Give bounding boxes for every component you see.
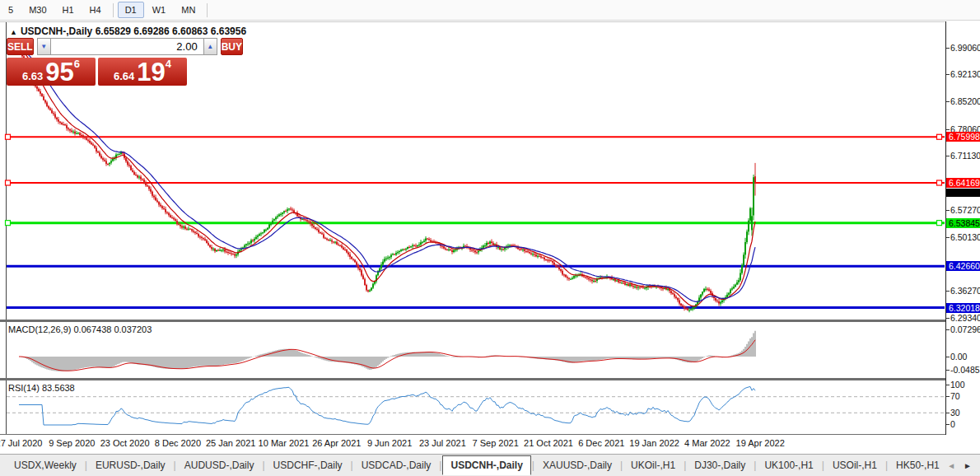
date-tick: 9 Sep 2020	[49, 438, 95, 448]
macd-values: 0.067438 0.037203	[73, 324, 152, 334]
date-tick: 9 Jun 2021	[367, 438, 412, 448]
hline-handle[interactable]	[6, 180, 11, 185]
rsi-label: RSI(14) 83.5638	[8, 383, 75, 393]
price-tick: 6.71130	[950, 151, 980, 161]
rsi-axis-tick: 70	[950, 391, 960, 401]
date-tick: 23 Oct 2020	[100, 438, 150, 448]
tab-eurusd-daily[interactable]: EURUSD-,Daily	[88, 456, 173, 474]
volume-increase-button[interactable]: ▲	[203, 38, 217, 55]
macd-axis-tick: 0.00	[950, 352, 967, 362]
tab-separator: |	[351, 460, 353, 471]
chart-window-title: ▲USDCNH-,Daily 6.65829 6.69286 6.60863 6…	[10, 26, 246, 37]
macd-axis-tick: -0.048573	[950, 365, 980, 375]
hline-handle[interactable]	[6, 134, 11, 139]
price-badge-6-32018: 6.32018	[946, 303, 980, 313]
date-tick: 19 Apr 2022	[736, 438, 785, 448]
sell-price-prefix: 6.63	[22, 71, 43, 82]
price-axis[interactable]: 6.990606.921306.852006.780606.711306.572…	[945, 21, 980, 435]
tab-ukoil-h1[interactable]: UKOil-,H1	[623, 456, 683, 474]
tab-xauusd-daily[interactable]: XAUUSD-,Daily	[535, 456, 619, 474]
price-badge-6-53845: 6.53845	[946, 218, 980, 228]
tab-hk50-h1[interactable]: HK50-,H1	[889, 456, 947, 474]
terminal-window: 5M30H1H4D1W1MN ▲USDCNH-,Daily 6.65829 6.…	[0, 0, 980, 476]
sell-button[interactable]: SELL	[7, 38, 34, 55]
tab-audusd-daily[interactable]: AUDUSD-,Daily	[177, 456, 262, 474]
date-tick: 23 Jul 2021	[419, 438, 466, 448]
tab-dj30-daily[interactable]: DJ30-,Daily	[687, 456, 753, 474]
tab-separator: |	[262, 460, 264, 471]
tab-separator: |	[754, 460, 756, 471]
tab-separator: |	[532, 460, 534, 471]
buy-price-big: 19	[137, 62, 165, 82]
sell-price-box[interactable]: 6.63 95 6	[7, 58, 96, 86]
date-axis[interactable]: 27 Jul 20209 Sep 202023 Oct 20208 Dec 20…	[0, 435, 945, 454]
rsi-value: 83.5638	[42, 383, 75, 393]
price-tick: 6.57270	[950, 205, 980, 215]
buy-button[interactable]: BUY	[221, 38, 243, 55]
tab-separator: |	[174, 460, 176, 471]
tab-usdcad-daily[interactable]: USDCAD-,Daily	[354, 456, 439, 474]
rsi-axis-tick: 30	[950, 408, 960, 418]
volume-input[interactable]	[51, 38, 203, 55]
ohlc-values: 6.65829 6.69286 6.60863 6.63956	[96, 26, 247, 37]
rsi-axis-tick: 0	[950, 419, 955, 429]
date-tick: 7 Sep 2021	[473, 438, 519, 448]
sell-price-big: 95	[45, 62, 73, 82]
price-tick: 6.85200	[950, 96, 980, 106]
price-badge-6-42660: 6.42660	[946, 261, 980, 271]
rsi-axis-tick: 100	[950, 380, 965, 390]
buy-price-prefix: 6.64	[114, 71, 134, 82]
tab-scroll-left-icon[interactable]: ◄	[947, 461, 955, 470]
tab-usoil-h1[interactable]: USOil-,H1	[825, 456, 884, 474]
tab-usdx-weekly[interactable]: USDX,Weekly	[7, 456, 84, 474]
macd-label: MACD(12,26,9) 0.067438 0.037203	[8, 324, 152, 334]
date-tick: 10 Mar 2021	[259, 438, 310, 448]
hline-handle[interactable]	[937, 180, 942, 185]
date-tick: 25 Jan 2021	[206, 438, 256, 448]
chart-tab-bar: USDX,Weekly|EURUSD-,Daily|AUDUSD-,Daily|…	[0, 454, 980, 476]
tab-separator: |	[822, 460, 824, 471]
tab-separator: |	[885, 460, 888, 471]
tab-uk100-h1[interactable]: UK100-,H1	[757, 456, 820, 474]
price-badge-6-75998: 6.75998	[946, 132, 980, 142]
hline-handle[interactable]	[937, 134, 942, 139]
tab-separator: |	[85, 460, 87, 471]
date-tick: 21 Oct 2021	[524, 438, 573, 448]
volume-spinner: ▼ ▲	[37, 38, 217, 55]
price-badge-6-64169: 6.64169	[946, 178, 980, 188]
tab-separator: |	[620, 460, 623, 471]
hline-handle[interactable]	[6, 221, 11, 226]
date-tick: 6 Dec 2021	[578, 438, 624, 448]
date-tick: 8 Dec 2020	[155, 438, 201, 448]
date-tick: 26 Apr 2021	[312, 438, 361, 448]
price-tick: 6.99060	[950, 43, 980, 53]
sell-price-pip: 6	[74, 58, 80, 69]
price-tick: 6.36270	[950, 286, 980, 296]
tab-usdcnh-daily[interactable]: USDCNH-,Daily	[442, 455, 530, 475]
tab-usdchf-daily[interactable]: USDCHF-,Daily	[266, 456, 350, 474]
volume-decrease-button[interactable]: ▼	[37, 38, 51, 55]
current-price-badge: 6.63956	[946, 189, 980, 197]
macd-axis-tick: 0.072963	[950, 324, 980, 334]
date-tick: 4 Mar 2022	[684, 438, 730, 448]
buy-price-box[interactable]: 6.64 19 4	[98, 58, 187, 86]
price-tick: 6.29340	[950, 313, 980, 323]
symbol-period-label: USDCNH-,Daily	[21, 26, 92, 37]
tab-scroll-buttons: ◄►	[947, 461, 980, 470]
expand-triangle-icon[interactable]: ▲	[10, 28, 17, 36]
tab-separator: |	[684, 460, 686, 471]
hline-handle[interactable]	[937, 221, 942, 226]
tab-scroll-right-icon[interactable]: ►	[964, 461, 972, 470]
date-tick: 27 Jul 2020	[0, 438, 42, 448]
tab-separator: |	[439, 460, 441, 471]
date-tick: 19 Jan 2022	[629, 438, 679, 448]
buy-price-pip: 4	[166, 58, 171, 69]
price-tick: 6.50130	[950, 232, 980, 242]
one-click-trade-panel: SELL ▼ ▲ BUY 6.63 95 6 6.64 19 4	[7, 38, 187, 86]
price-tick: 6.92130	[950, 69, 980, 79]
